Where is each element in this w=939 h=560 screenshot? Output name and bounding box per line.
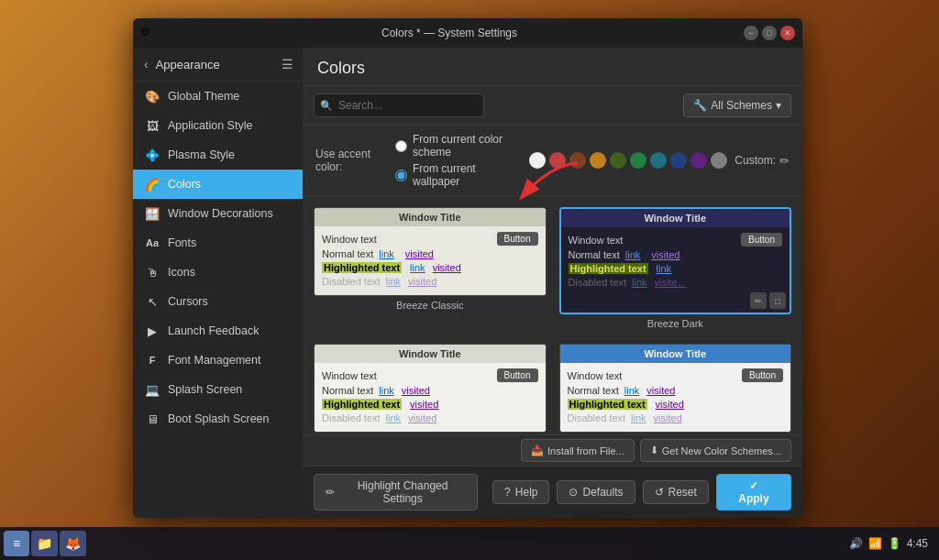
color-dot-purple[interactable] <box>690 152 707 169</box>
scheme-classic-button[interactable]: Button <box>497 232 538 246</box>
scheme-light-body: Window text Button Normal text link visi… <box>315 363 546 432</box>
scheme-breeze-light[interactable]: Window Title Window text Button Normal t… <box>314 344 547 434</box>
sidebar-item-font-management[interactable]: F Font Management <box>133 346 303 375</box>
systray-network-icon: 📶 <box>868 537 882 550</box>
radio-scheme-input[interactable] <box>395 140 407 152</box>
taskbar-files-btn[interactable]: 📁 <box>31 531 58 556</box>
color-dot-gray[interactable] <box>711 152 727 169</box>
color-dots-row: Custom: ✏ <box>529 152 790 169</box>
taskbar-start-btn[interactable]: ≡ <box>4 531 29 556</box>
scheme-breeze-dark[interactable]: Window Title Window text Button Normal t… <box>559 207 792 331</box>
taskbar-clock: 4:45 <box>907 537 928 550</box>
sidebar-item-label: Boot Splash Screen <box>168 412 270 425</box>
search-icon: 🔍 <box>320 100 333 112</box>
scheme-dark-disabled-link: link <box>632 277 647 288</box>
scheme-oxygen-normal-row: Normal text link visited <box>568 385 784 396</box>
scheme-breeze-classic[interactable]: Window Title Window text Button Normal t… <box>314 207 547 331</box>
sidebar-item-splash-screen[interactable]: 💻 Splash Screen <box>133 375 303 404</box>
scheme-classic-hl-link: link <box>410 262 425 273</box>
color-dot-green[interactable] <box>610 152 626 169</box>
sidebar-item-label: Icons <box>168 266 195 279</box>
sidebar-item-label: Launch Feedback <box>168 324 259 337</box>
radio-wallpaper-input[interactable] <box>395 170 407 181</box>
sidebar-item-plasma-style[interactable]: 💠 Plasma Style <box>133 140 303 170</box>
color-dot-blue-teal[interactable] <box>650 152 667 169</box>
copy-scheme-icon[interactable]: □ <box>769 292 786 309</box>
scheme-dark-button[interactable]: Button <box>741 233 782 247</box>
scheme-oxygen-disabled: Disabled text <box>568 412 626 423</box>
scheme-classic-window-text: Window text <box>322 234 377 245</box>
color-dot-red[interactable] <box>549 152 566 169</box>
radio-wallpaper-label: From current wallpaper <box>413 162 509 188</box>
install-from-file-button[interactable]: 📥 Install from File... <box>521 439 635 462</box>
apply-button[interactable]: ✓ Apply <box>716 474 791 511</box>
get-new-label: Get New Color Schemes... <box>662 445 781 456</box>
search-input[interactable] <box>314 93 484 117</box>
defaults-icon: ⊙ <box>569 486 578 499</box>
maximize-button[interactable]: □ <box>762 26 777 40</box>
sidebar-menu-button[interactable]: ☰ <box>282 57 293 71</box>
radio-from-scheme[interactable]: From current color scheme <box>395 133 509 159</box>
scheme-light-window-text: Window text <box>322 370 377 381</box>
get-new-color-schemes-button[interactable]: ⬇ Get New Color Schemes... <box>640 439 791 462</box>
close-button[interactable]: ✕ <box>780 26 795 40</box>
sidebar-item-colors[interactable]: 🌈 Colors <box>133 170 303 199</box>
scheme-oxygen-disabled-link: link <box>631 412 646 423</box>
scheme-classic-disabled-row: Disabled text link visited <box>322 276 538 287</box>
help-button[interactable]: ? Help <box>492 480 549 504</box>
scheme-classic-link: link <box>379 248 394 259</box>
main-content: Colors 🔍 🔧 All Schemes ▾ Use accent colo… <box>303 48 802 518</box>
fonts-icon: Aa <box>144 235 160 251</box>
custom-color-picker-icon[interactable]: ✏ <box>779 154 790 168</box>
sidebar-item-fonts[interactable]: Aa Fonts <box>133 228 303 258</box>
scheme-oxygen-button[interactable]: Button <box>742 368 783 382</box>
scheme-classic-disabled: Disabled text <box>322 276 381 287</box>
scheme-card-light[interactable]: Window Title Window text Button Normal t… <box>314 344 547 433</box>
sidebar-item-launch-feedback[interactable]: ▶ Launch Feedback <box>133 316 303 346</box>
scheme-classic-highlight-row: Highlighted text link visited <box>322 262 538 273</box>
sidebar-item-label: Plasma Style <box>168 148 235 161</box>
custom-label: Custom: <box>735 154 776 167</box>
scheme-oxygen-window-text: Window text <box>568 370 623 381</box>
sidebar-back-button[interactable]: ‹ <box>142 55 150 73</box>
color-dot-blue[interactable] <box>670 152 687 169</box>
edit-scheme-icon[interactable]: ✏ <box>750 292 767 309</box>
scheme-card-classic[interactable]: Window Title Window text Button Normal t… <box>314 207 547 296</box>
scheme-oxygen-body: Window text Button Normal text link visi… <box>560 363 791 432</box>
scheme-classic-hl-visited: visited <box>433 262 461 273</box>
scheme-dark-highlight: Highlighted text <box>569 263 648 274</box>
scheme-classic-highlight: Highlighted text <box>322 262 402 273</box>
reset-button[interactable]: ↺ Reset <box>643 480 709 504</box>
minimize-button[interactable]: − <box>744 26 758 40</box>
color-dot-brown[interactable] <box>569 152 586 169</box>
window-controls: − □ ✕ <box>744 26 795 40</box>
defaults-button[interactable]: ⊙ Defaults <box>557 480 635 504</box>
color-dot-orange[interactable] <box>590 152 606 169</box>
sidebar-section-title: Appearance <box>156 58 220 71</box>
taskbar-firefox-btn[interactable]: 🦊 <box>60 531 86 556</box>
highlight-changed-button[interactable]: ✏ Highlight Changed Settings <box>314 474 478 511</box>
scheme-light-hl-visited: visited <box>410 399 438 410</box>
scheme-card-dark[interactable]: Window Title Window text Button Normal t… <box>559 207 792 314</box>
filter-all-schemes-button[interactable]: 🔧 All Schemes ▾ <box>683 93 791 117</box>
radio-from-wallpaper[interactable]: From current wallpaper <box>395 162 509 188</box>
scheme-light-button[interactable]: Button <box>497 368 538 382</box>
scheme-light-highlight-row: Highlighted text visited <box>322 399 538 410</box>
scheme-oxygen[interactable]: Window Title Window text Button Normal t… <box>559 344 792 434</box>
scheme-classic-normal-text: Normal text <box>322 248 373 259</box>
sidebar-item-cursors[interactable]: ↖ Cursors <box>133 287 303 316</box>
help-icon: ? <box>504 486 511 499</box>
scheme-dark-name: Breeze Dark <box>559 314 792 331</box>
sidebar-item-icons[interactable]: 🖱 Icons <box>133 258 303 287</box>
color-dot-teal[interactable] <box>630 152 646 169</box>
scheme-card-oxygen[interactable]: Window Title Window text Button Normal t… <box>559 344 792 433</box>
sidebar-item-application-style[interactable]: 🖼 Application Style <box>133 111 303 140</box>
bottom-bar: ✏ Highlight Changed Settings ? Help ⊙ De… <box>303 466 802 518</box>
scheme-dark-normal-row: Normal text link visited <box>569 249 783 260</box>
color-dot-white[interactable] <box>529 152 546 169</box>
sidebar-item-boot-splash-screen[interactable]: 🖥 Boot Splash Screen <box>133 404 303 434</box>
taskbar: ≡ 📁 🦊 🔊 📶 🔋 4:45 <box>0 527 939 560</box>
plasma-style-icon: 💠 <box>144 147 160 163</box>
sidebar-item-window-decorations[interactable]: 🪟 Window Decorations <box>133 199 303 228</box>
sidebar-item-global-theme[interactable]: 🎨 Global Theme <box>133 82 303 111</box>
